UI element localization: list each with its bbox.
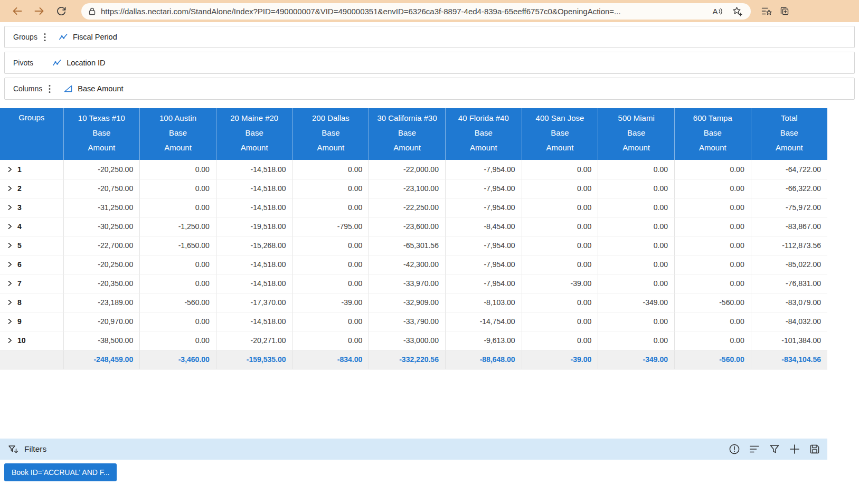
filter-alert-button[interactable] (728, 443, 740, 455)
column-header-600-tampa[interactable]: 600 TampaBaseAmount (675, 108, 751, 160)
row-expander-8[interactable]: 8 (0, 293, 63, 312)
filter-funnel-button[interactable] (768, 443, 780, 455)
grid-cell: -560.00 (675, 293, 751, 312)
total-cell: -3,460.00 (140, 350, 216, 369)
grid-cell: -22,700.00 (63, 236, 140, 255)
column-header-40-florida-40[interactable]: 40 Florida #40BaseAmount (445, 108, 522, 160)
grid-cell: 0.00 (292, 179, 369, 198)
grid-cell: 0.00 (140, 198, 216, 217)
forward-button[interactable] (30, 2, 49, 20)
read-aloud-label: A (712, 7, 718, 16)
grid-cell: -101,384.00 (751, 331, 827, 350)
grid-cell: -39.00 (292, 293, 369, 312)
column-header-30-california-30[interactable]: 30 California #30BaseAmount (369, 108, 446, 160)
column-header-20-maine-20[interactable]: 20 Maine #20BaseAmount (216, 108, 292, 160)
grid-cell: 0.00 (292, 331, 369, 350)
sound-waves-icon (719, 7, 723, 15)
column-header-10-texas-10[interactable]: 10 Texas #10BaseAmount (63, 108, 140, 160)
read-aloud-button[interactable]: A (710, 4, 725, 18)
chevron-right-icon (7, 204, 13, 211)
grid-cell: 0.00 (598, 255, 675, 274)
grid-cell: -23,189.00 (63, 293, 140, 312)
groups-field-fiscal-period[interactable]: Fiscal Period (59, 33, 117, 41)
groups-column-header[interactable]: Groups (0, 108, 63, 160)
collections-button[interactable] (777, 4, 792, 18)
grid-cell: -14,518.00 (216, 274, 292, 293)
url-text: https://dallas.nectari.com/StandAlone/In… (101, 7, 705, 16)
browser-chrome: https://dallas.nectari.com/StandAlone/In… (0, 0, 859, 22)
pivots-bar-label: Pivots (13, 59, 33, 67)
add-favorite-button[interactable] (730, 4, 744, 18)
row-label: 5 (17, 241, 22, 250)
plus-icon (789, 443, 800, 455)
grid-cell: -31,250.00 (63, 198, 140, 217)
table-row: 2-20,750.000.00-14,518.000.00-23,100.00-… (0, 179, 827, 198)
favorites-hub-icon (761, 6, 772, 16)
row-label: 3 (17, 203, 22, 212)
row-expander-4[interactable]: 4 (0, 217, 63, 236)
grid-cell: -33,790.00 (369, 312, 446, 331)
row-expander-3[interactable]: 3 (0, 198, 63, 217)
grid-cell: -14,518.00 (216, 255, 292, 274)
column-header-total[interactable]: TotalBaseAmount (751, 108, 827, 160)
column-header-100-austin[interactable]: 100 AustinBaseAmount (140, 108, 216, 160)
table-row: 1-20,250.000.00-14,518.000.00-22,000.00-… (0, 160, 827, 179)
grid-cell: -22,250.00 (369, 198, 446, 217)
grid-cell: 0.00 (140, 179, 216, 198)
table-row: 4-30,250.00-1,250.00-19,518.00-795.00-23… (0, 217, 827, 236)
grid-cell: 0.00 (598, 274, 675, 293)
columns-field-base-amount[interactable]: Base Amount (63, 84, 123, 93)
grid-cell: -1,650.00 (140, 236, 216, 255)
grid-cell: -14,518.00 (216, 179, 292, 198)
grid-cell: -32,909.00 (369, 293, 446, 312)
row-label: 6 (17, 260, 22, 269)
row-label: 9 (17, 317, 22, 326)
refresh-button[interactable] (52, 2, 71, 20)
grid-cell: 0.00 (522, 160, 598, 179)
grid-cell: -20,750.00 (63, 179, 140, 198)
save-icon (809, 443, 820, 455)
groups-options-icon[interactable] (44, 33, 46, 42)
pivots-field-location-id[interactable]: Location ID (52, 59, 105, 67)
row-expander-1[interactable]: 1 (0, 160, 63, 179)
total-cell: -39.00 (522, 350, 598, 369)
columns-options-icon[interactable] (49, 84, 51, 93)
table-row: 6-20,250.000.00-14,518.000.00-42,300.00-… (0, 255, 827, 274)
save-filter-button[interactable] (808, 443, 820, 455)
back-button[interactable] (7, 2, 26, 20)
address-bar[interactable]: https://dallas.nectari.com/StandAlone/In… (81, 3, 751, 20)
row-expander-6[interactable]: 6 (0, 255, 63, 274)
collections-icon (779, 6, 790, 16)
row-expander-9[interactable]: 9 (0, 312, 63, 331)
grid-cell: -83,079.00 (751, 293, 827, 312)
grid-cell: -1,250.00 (140, 217, 216, 236)
grid-cell: 0.00 (292, 160, 369, 179)
add-filter-button[interactable] (788, 443, 800, 455)
grid-cell: 0.00 (522, 312, 598, 331)
grid-cell: -30,250.00 (63, 217, 140, 236)
row-label: 7 (17, 279, 22, 288)
grid-cell: 0.00 (675, 179, 751, 198)
pivots-field-label: Location ID (67, 59, 105, 67)
grid-cell: -38,500.00 (63, 331, 140, 350)
row-expander-2[interactable]: 2 (0, 179, 63, 198)
groups-field-label: Fiscal Period (73, 33, 117, 41)
grid-cell: -83,867.00 (751, 217, 827, 236)
row-expander-7[interactable]: 7 (0, 274, 63, 293)
column-header-400-san-jose[interactable]: 400 San JoseBaseAmount (522, 108, 598, 160)
table-row: 7-20,350.000.00-14,518.000.00-33,970.00-… (0, 274, 827, 293)
row-expander-5[interactable]: 5 (0, 236, 63, 255)
favorites-button[interactable] (759, 4, 774, 18)
measure-triangle-icon (63, 84, 73, 93)
filter-chip-book-id[interactable]: Book ID='ACCRUAL' AND F... (4, 463, 117, 481)
grid-cell: 0.00 (598, 331, 675, 350)
column-header-500-miami[interactable]: 500 MiamiBaseAmount (598, 108, 675, 160)
filter-list-button[interactable] (748, 443, 760, 455)
row-expander-10[interactable]: 10 (0, 331, 63, 350)
grid-cell: -33,000.00 (369, 331, 446, 350)
grid-cell: 0.00 (675, 198, 751, 217)
grid-cell: -76,831.00 (751, 274, 827, 293)
column-header-200-dallas[interactable]: 200 DallasBaseAmount (292, 108, 369, 160)
table-row: 9-20,970.000.00-14,518.000.00-33,790.00-… (0, 312, 827, 331)
chevron-right-icon (7, 242, 13, 249)
